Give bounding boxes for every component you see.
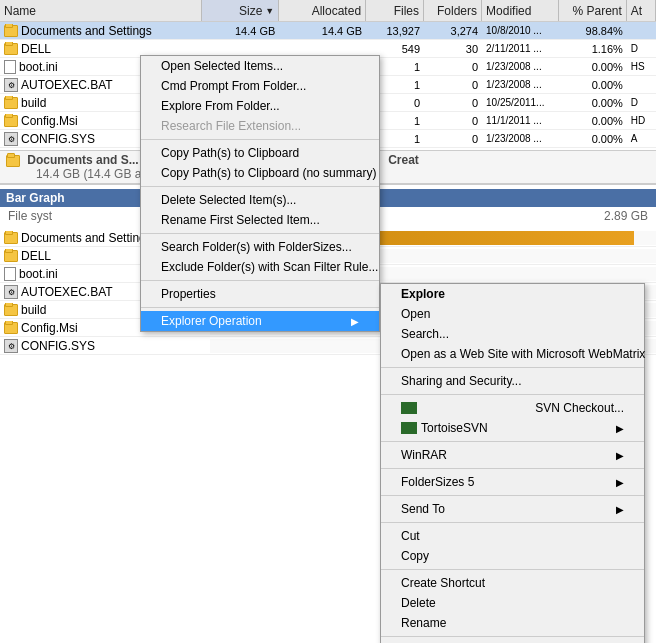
col-header-modified[interactable]: Modified — [482, 0, 559, 21]
sys-icon: ⚙ — [4, 285, 18, 299]
context-menu-1: Open Selected Items... Cmd Prompt From F… — [140, 55, 380, 332]
info-folder-icon — [6, 155, 20, 167]
submenu-arrow-icon: ▶ — [616, 504, 624, 515]
col-header-files[interactable]: Files — [366, 0, 424, 21]
folder-icon — [4, 250, 18, 262]
sys-icon: ⚙ — [4, 339, 18, 353]
ctx-separator — [381, 367, 644, 368]
folder-icon — [4, 304, 18, 316]
col-header-size[interactable]: Size ▼ — [202, 0, 279, 21]
submenu-arrow-icon: ▶ — [616, 450, 624, 461]
ctx-copy[interactable]: Copy — [381, 546, 644, 566]
file-icon — [4, 267, 16, 281]
ctx-cmd-prompt[interactable]: Cmd Prompt From Folder... — [141, 76, 379, 96]
ctx-separator — [141, 280, 379, 281]
ctx-separator — [141, 186, 379, 187]
ctx-separator — [381, 495, 644, 496]
folder-icon — [4, 43, 18, 55]
ctx-research-ext: Research File Extension... — [141, 116, 379, 136]
folder-icon — [4, 115, 18, 127]
ctx-separator — [141, 233, 379, 234]
ctx-winrar[interactable]: WinRAR ▶ — [381, 445, 644, 465]
ctx-rename[interactable]: Rename — [381, 613, 644, 633]
sys-icon: ⚙ — [4, 78, 18, 92]
sys-icon: ⚙ — [4, 132, 18, 146]
ctx-explore-folder[interactable]: Explore From Folder... — [141, 96, 379, 116]
folder-icon — [4, 97, 18, 109]
ctx-properties[interactable]: Properties — [141, 284, 379, 304]
ctx-foldersizes5[interactable]: FolderSizes 5 ▶ — [381, 472, 644, 492]
col-header-allocated[interactable]: Allocated — [279, 0, 366, 21]
folder-icon — [4, 232, 18, 244]
ctx-copy-paths-nosummary[interactable]: Copy Path(s) to Clipboard (no summary) — [141, 163, 379, 183]
tortoisesvn-icon — [401, 422, 417, 434]
table-row[interactable]: Documents and Settings 14.4 GB 14.4 GB 1… — [0, 22, 656, 40]
submenu-arrow-icon: ▶ — [351, 316, 359, 327]
ctx-search[interactable]: Search... — [381, 324, 644, 344]
ctx-open-selected[interactable]: Open Selected Items... — [141, 56, 379, 76]
ctx-create-shortcut[interactable]: Create Shortcut — [381, 573, 644, 593]
ctx-send-to[interactable]: Send To ▶ — [381, 499, 644, 519]
col-header-name[interactable]: Name — [0, 0, 202, 21]
sort-arrow-down: ▼ — [265, 6, 274, 16]
ctx-exclude-folders[interactable]: Exclude Folder(s) with Scan Filter Rule.… — [141, 257, 379, 277]
ctx-open-webmatrix[interactable]: Open as a Web Site with Microsoft WebMat… — [381, 344, 644, 364]
ctx-separator — [381, 394, 644, 395]
ctx-explorer-operation[interactable]: Explorer Operation ▶ — [141, 311, 379, 331]
ctx-sharing-security[interactable]: Sharing and Security... — [381, 371, 644, 391]
ctx-separator — [381, 522, 644, 523]
main-window: Name Size ▼ Allocated Files Folders Modi… — [0, 0, 656, 643]
ctx-explore[interactable]: Explore — [381, 284, 644, 304]
ctx-copy-paths[interactable]: Copy Path(s) to Clipboard — [141, 143, 379, 163]
svn-icon — [401, 402, 417, 414]
ctx-separator — [381, 636, 644, 637]
ctx-separator — [141, 307, 379, 308]
ctx-separator — [381, 468, 644, 469]
ctx-search-folders[interactable]: Search Folder(s) with FolderSizes... — [141, 237, 379, 257]
ctx-tortoisesvn[interactable]: TortoiseSVN ▶ — [381, 418, 644, 438]
ctx-rename-first[interactable]: Rename First Selected Item... — [141, 210, 379, 230]
table-header: Name Size ▼ Allocated Files Folders Modi… — [0, 0, 656, 22]
ctx-cut[interactable]: Cut — [381, 526, 644, 546]
submenu-arrow-icon: ▶ — [616, 477, 624, 488]
folder-icon — [4, 322, 18, 334]
ctx-separator — [381, 441, 644, 442]
col-header-folders[interactable]: Folders — [424, 0, 482, 21]
col-header-parent[interactable]: % Parent — [559, 0, 627, 21]
folder-icon — [4, 25, 18, 37]
ctx-separator — [381, 569, 644, 570]
file-icon — [4, 60, 16, 74]
ctx-delete[interactable]: Delete — [381, 593, 644, 613]
context-menu-2: Explore Open Search... Open as a Web Sit… — [380, 283, 645, 643]
ctx-svn-checkout[interactable]: SVN Checkout... — [381, 398, 644, 418]
ctx-separator — [141, 139, 379, 140]
submenu-arrow-icon: ▶ — [616, 423, 624, 434]
ctx-open[interactable]: Open — [381, 304, 644, 324]
ctx-delete-selected[interactable]: Delete Selected Item(s)... — [141, 190, 379, 210]
col-header-at[interactable]: At — [627, 0, 656, 21]
